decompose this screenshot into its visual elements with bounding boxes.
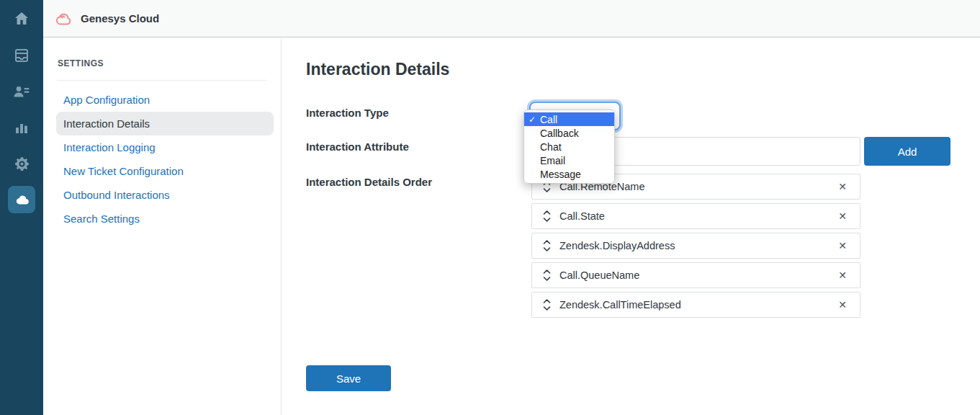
top-header: Genesys Cloud bbox=[43, 0, 980, 37]
nav-item-interaction-logging[interactable]: Interaction Logging bbox=[56, 135, 274, 159]
order-item-label: Call.QueueName bbox=[559, 269, 837, 281]
nav-item-outbound-interactions[interactable]: Outbound Interactions bbox=[56, 183, 274, 207]
analytics-icon[interactable] bbox=[0, 110, 43, 146]
remove-item-icon[interactable]: ✕ bbox=[837, 180, 848, 193]
nav-section-title: SETTINGS bbox=[58, 58, 266, 68]
dropdown-option-label: Chat bbox=[540, 141, 562, 153]
dropdown-option-message[interactable]: Message bbox=[524, 167, 614, 181]
order-item-label: Zendesk.CallTimeElapsed bbox=[559, 299, 837, 311]
drag-handle-icon[interactable] bbox=[542, 239, 552, 252]
genesys-logo-icon bbox=[52, 10, 73, 27]
drag-handle-icon[interactable] bbox=[542, 210, 552, 223]
nav-item-app-configuration[interactable]: App Configuration bbox=[56, 88, 274, 112]
cloud-app-icon-active[interactable] bbox=[0, 182, 43, 218]
order-list-item: Zendesk.CallTimeElapsed ✕ bbox=[531, 292, 860, 318]
home-icon[interactable] bbox=[0, 0, 43, 37]
nav-item-search-settings[interactable]: Search Settings bbox=[56, 207, 274, 231]
settings-gear-icon[interactable] bbox=[0, 146, 43, 182]
dropdown-option-email[interactable]: Email bbox=[524, 153, 614, 167]
order-list-item: Call.State ✕ bbox=[531, 203, 860, 229]
dropdown-option-label: Message bbox=[540, 169, 581, 180]
add-button[interactable]: Add bbox=[864, 137, 950, 166]
dropdown-option-call[interactable]: ✓ Call bbox=[524, 112, 614, 126]
dropdown-option-chat[interactable]: Chat bbox=[524, 140, 614, 153]
remove-item-icon[interactable]: ✕ bbox=[837, 210, 848, 223]
remove-item-icon[interactable]: ✕ bbox=[837, 298, 848, 311]
interaction-attribute-label: Interaction Attribute bbox=[306, 140, 409, 153]
dropdown-option-callback[interactable]: Callback bbox=[524, 126, 614, 140]
settings-nav-panel: SETTINGS App Configuration Interaction D… bbox=[43, 38, 282, 415]
save-button[interactable]: Save bbox=[306, 365, 391, 391]
nav-item-new-ticket-configuration[interactable]: New Ticket Configuration bbox=[56, 159, 274, 183]
interaction-details-order-label: Interaction Details Order bbox=[306, 175, 432, 189]
remove-item-icon[interactable]: ✕ bbox=[837, 239, 848, 252]
dropdown-option-label: Callback bbox=[540, 128, 579, 139]
active-tile bbox=[8, 186, 35, 213]
nav-divider bbox=[58, 80, 266, 81]
contacts-icon[interactable] bbox=[0, 73, 43, 110]
interaction-type-label: Interaction Type bbox=[306, 106, 389, 120]
app-title: Genesys Cloud bbox=[81, 12, 159, 24]
nav-item-interaction-details[interactable]: Interaction Details bbox=[56, 112, 274, 135]
remove-item-icon[interactable]: ✕ bbox=[837, 269, 848, 282]
interactions-icon[interactable] bbox=[0, 37, 43, 73]
order-list-item: Call.QueueName ✕ bbox=[531, 262, 860, 288]
order-item-label: Call.State bbox=[559, 210, 837, 222]
page-title: Interaction Details bbox=[306, 60, 449, 79]
order-list-item: Zendesk.DisplayAddress ✕ bbox=[531, 233, 860, 259]
drag-handle-icon[interactable] bbox=[542, 298, 552, 311]
dropdown-option-label: Call bbox=[540, 114, 557, 125]
main-content: Interaction Details Interaction Type Int… bbox=[282, 38, 980, 415]
check-icon: ✓ bbox=[524, 115, 540, 125]
left-icon-rail bbox=[0, 0, 43, 415]
drag-handle-icon[interactable] bbox=[542, 269, 552, 282]
dropdown-option-label: Email bbox=[540, 155, 565, 166]
interaction-type-dropdown-menu: ✓ Call Callback Chat Email Message bbox=[523, 110, 615, 184]
order-item-label: Zendesk.DisplayAddress bbox=[559, 240, 837, 251]
